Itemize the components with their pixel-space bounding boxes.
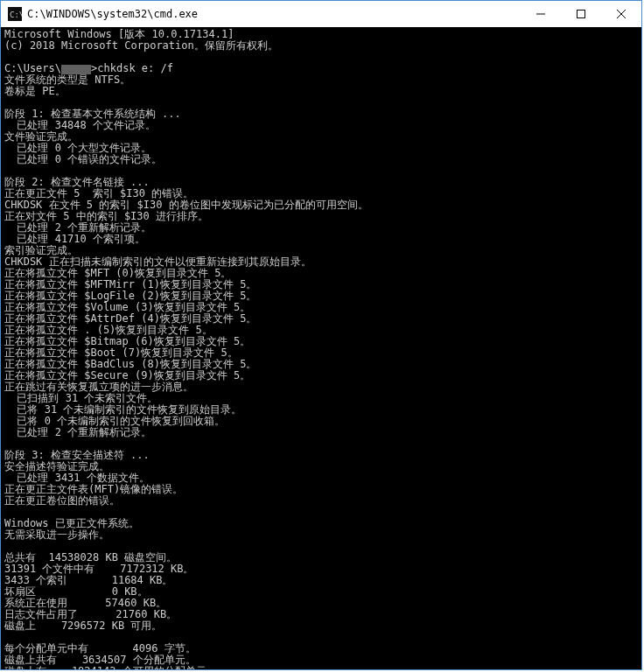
minimize-button[interactable] <box>521 1 561 27</box>
terminal-line: (c) 2018 Microsoft Corporation。保留所有权利。 <box>4 40 638 52</box>
terminal-line: 卷标是 PE。 <box>4 86 638 97</box>
terminal-line: 正在更正卷位图的错误。 <box>4 495 638 507</box>
cmd-window: C:\ C:\WINDOWS\system32\cmd.exe Microsof… <box>0 0 642 670</box>
terminal-line: 已处理 34848 个文件记录。 <box>4 120 638 131</box>
terminal-line: 已处理 41710 个索引项。 <box>4 234 638 245</box>
terminal-line: 已处理 0 个错误的文件记录。 <box>4 154 638 165</box>
terminal-line: 文件系统的类型是 NTFS。 <box>4 74 638 86</box>
window-controls <box>521 1 641 27</box>
window-title: C:\WINDOWS\system32\cmd.exe <box>27 8 521 20</box>
titlebar[interactable]: C:\ C:\WINDOWS\system32\cmd.exe <box>1 1 641 27</box>
terminal-line: 无需采取进一步操作。 <box>4 529 638 541</box>
terminal-line: 磁盘上 7296572 KB 可用。 <box>4 620 638 632</box>
svg-rect-3 <box>578 10 585 18</box>
terminal-line: 磁盘上有 1824143 个可用的分配单元。 <box>4 666 638 669</box>
terminal-output[interactable]: Microsoft Windows [版本 10.0.17134.1](c) 2… <box>1 27 641 669</box>
cmd-icon: C:\ <box>8 7 22 21</box>
close-button[interactable] <box>601 1 641 27</box>
maximize-button[interactable] <box>561 1 601 27</box>
terminal-line: 已处理 2 个重新解析记录。 <box>4 427 638 438</box>
svg-text:C:\: C:\ <box>10 10 22 19</box>
